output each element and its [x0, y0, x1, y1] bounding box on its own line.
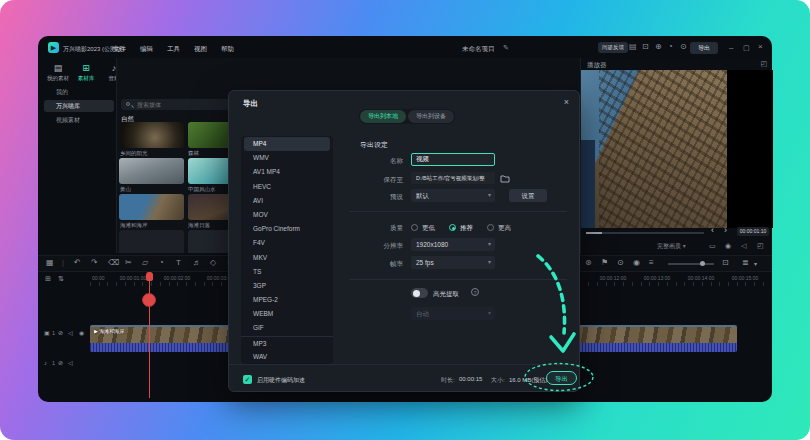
fullscreen-icon[interactable]: ◰ — [757, 242, 764, 249]
preset-dropdown[interactable]: 默认▾ — [411, 189, 495, 202]
maximize-icon[interactable]: ▢ — [743, 44, 750, 51]
media-thumb-huangshan[interactable] — [119, 158, 184, 184]
close-window-icon[interactable]: × — [758, 43, 763, 51]
track-height-icon[interactable]: ≣ — [742, 259, 749, 267]
speed-icon[interactable]: ◔ — [159, 259, 164, 267]
undo-icon[interactable]: ↶ — [74, 259, 81, 267]
quality-low-label[interactable]: 更低 — [422, 224, 435, 233]
menu-tools[interactable]: 工具 — [167, 45, 180, 52]
tab-export-device[interactable]: 导出到设备 — [408, 110, 454, 123]
resolution-dropdown[interactable]: 1920x1080▾ — [411, 238, 495, 251]
timeline-zoom-slider[interactable] — [668, 263, 714, 265]
tab-export-local[interactable]: 导出到本地 — [360, 110, 406, 123]
audio-mute-icon[interactable]: ◁ — [68, 360, 73, 366]
format-item[interactable]: WMV — [241, 151, 333, 165]
menu-edit[interactable]: 编辑 — [140, 45, 153, 52]
playhead-line[interactable] — [149, 272, 151, 398]
format-item[interactable]: MP4 — [244, 137, 330, 151]
camera-snapshot-icon[interactable]: ◉ — [633, 259, 640, 267]
track-height-caret-icon[interactable]: ▾ — [754, 261, 757, 267]
media-view-icon[interactable]: ▦ — [46, 259, 54, 267]
preset-settings-button[interactable]: 设置 — [509, 189, 547, 202]
account-icon[interactable]: ⊙ — [680, 43, 687, 51]
format-item[interactable]: TS — [241, 265, 333, 279]
menu-view[interactable]: 视图 — [194, 45, 207, 52]
feedback-button[interactable]: 问题反馈 — [598, 42, 628, 53]
format-item[interactable]: AV1 MP4 — [241, 165, 333, 179]
video-mute-icon[interactable]: ◁ — [68, 330, 73, 336]
video-visibility-icon[interactable]: ◉ — [79, 330, 84, 336]
format-item[interactable]: GoPro Cineform — [241, 222, 333, 236]
zoom-fit-icon[interactable]: ⊡ — [722, 259, 729, 267]
media-thumb-sunlight[interactable] — [119, 122, 184, 148]
quality-radio-high[interactable] — [487, 224, 494, 231]
voiceover-icon[interactable]: ⊙ — [617, 259, 624, 267]
playback-quality-dropdown[interactable]: 完整画质 ▾ — [657, 242, 686, 251]
format-item[interactable]: GIF — [241, 321, 333, 335]
display-mode-icon[interactable]: ▭ — [709, 242, 716, 249]
workspace-layout-icon[interactable]: ▤ — [629, 43, 637, 51]
folder-icon[interactable] — [500, 174, 510, 183]
format-item[interactable]: F4V — [241, 236, 333, 250]
minimize-icon[interactable]: – — [729, 44, 733, 52]
format-item[interactable]: MOV — [241, 208, 333, 222]
hw-accel-checkbox[interactable]: ✓ — [243, 375, 252, 384]
render-preview-icon[interactable]: ⊛ — [585, 259, 592, 267]
media-thumb-partial[interactable] — [119, 230, 184, 253]
delete-icon[interactable]: ⌫ — [108, 259, 119, 267]
adjust-tracks-icon[interactable]: ⇅ — [58, 275, 64, 282]
marker-icon[interactable]: ⚑ — [601, 259, 608, 267]
highlight-toggle[interactable] — [411, 288, 428, 298]
format-item[interactable]: 3GP — [241, 279, 333, 293]
prev-frame-icon[interactable]: ‹ — [711, 226, 714, 235]
format-item[interactable]: MPEG-2 — [241, 293, 333, 307]
playhead-handle[interactable] — [142, 293, 156, 307]
detach-player-icon[interactable]: ◰ — [760, 60, 767, 67]
manage-tracks-icon[interactable]: ⊞ — [45, 275, 51, 282]
audio-adjust-icon[interactable]: ♬ — [193, 259, 201, 267]
quality-high-label[interactable]: 更高 — [498, 224, 511, 233]
save-draft-icon[interactable]: ⊡ — [642, 43, 649, 51]
format-item[interactable]: MP3 — [241, 336, 333, 350]
snapshot-icon[interactable]: ◉ — [725, 242, 731, 249]
sidebar-item-stock[interactable]: 万兴喵库 — [44, 100, 114, 112]
playhead-pin[interactable] — [146, 272, 153, 281]
video-lock-icon[interactable]: ⊘ — [58, 330, 63, 336]
project-name[interactable]: 未命名项目 — [462, 45, 495, 54]
rename-project-icon[interactable]: ✎ — [503, 44, 509, 51]
format-item[interactable]: WAV — [241, 350, 333, 364]
crop-icon[interactable]: ▱ — [142, 259, 148, 267]
quality-recommended-label[interactable]: 推荐 — [460, 224, 473, 233]
header-export-button[interactable]: 导出 — [690, 42, 718, 54]
resources-icon[interactable]: ⊕ — [655, 43, 662, 51]
zoom-slider-handle[interactable] — [700, 261, 705, 266]
keyframe-icon[interactable]: ◇ — [210, 259, 216, 267]
seek-bar[interactable] — [586, 232, 704, 234]
quality-radio-low[interactable] — [411, 224, 418, 231]
sidebar-item-video[interactable]: 视频素材 — [44, 114, 114, 126]
menu-help[interactable]: 帮助 — [221, 45, 234, 52]
split-icon[interactable]: ✂ — [125, 259, 132, 267]
save-path-field[interactable]: D:/B站工作/官号视频策划/整 — [411, 172, 495, 184]
mixer-icon[interactable]: ≡ — [649, 259, 654, 267]
text-tool-icon[interactable]: T — [176, 259, 181, 267]
volume-icon[interactable]: ◁ — [741, 242, 746, 249]
fps-dropdown[interactable]: 25 fps▾ — [411, 256, 495, 269]
notifications-icon[interactable]: ◔ — [668, 43, 673, 51]
export-button[interactable]: 导出 — [546, 371, 577, 385]
export-name-input[interactable] — [411, 153, 495, 166]
format-item[interactable]: MKV — [241, 251, 333, 265]
sidebar-item-mine[interactable]: 我的 — [44, 86, 114, 98]
dialog-close-icon[interactable]: × — [564, 98, 569, 107]
format-item[interactable]: WEBM — [241, 307, 333, 321]
video-frame — [581, 70, 727, 228]
format-item[interactable]: AVI — [241, 194, 333, 208]
menu-file[interactable]: 文件 — [113, 45, 126, 52]
quality-radio-recommended[interactable] — [449, 224, 456, 231]
media-thumb-coast[interactable] — [119, 194, 184, 220]
help-icon[interactable]: ? — [471, 288, 479, 296]
redo-icon[interactable]: ↷ — [91, 259, 98, 267]
format-item[interactable]: HEVC — [241, 180, 333, 194]
audio-lock-icon[interactable]: ⊘ — [58, 360, 63, 366]
next-frame-icon[interactable]: › — [724, 226, 727, 235]
